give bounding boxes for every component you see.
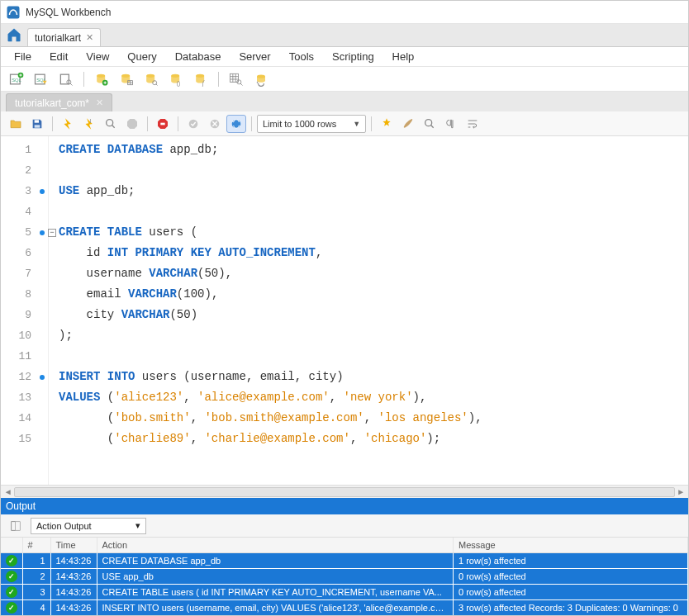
- open-sql-file-icon[interactable]: SQL: [31, 69, 52, 89]
- row-time: 14:43:26: [50, 600, 97, 616]
- menu-server[interactable]: Server: [230, 48, 278, 65]
- separator: [83, 72, 84, 87]
- db-function-icon[interactable]: f: [190, 69, 211, 89]
- query-tab-label: tutorialkart_com*: [15, 97, 89, 109]
- code-line[interactable]: CREATE TABLE users (: [59, 222, 688, 243]
- menu-help[interactable]: Help: [384, 48, 423, 65]
- status-ok-icon: ✓: [1, 585, 22, 600]
- row-message: 3 row(s) affected Records: 3 Duplicates:…: [454, 600, 688, 616]
- scroll-right-icon[interactable]: ►: [675, 486, 687, 498]
- stop-on-error-icon[interactable]: [153, 115, 173, 133]
- limit-rows-select[interactable]: Limit to 1000 rows ▼: [257, 115, 366, 133]
- menu-view[interactable]: View: [78, 48, 117, 65]
- col-time[interactable]: Time: [50, 538, 97, 553]
- code-line[interactable]: );: [59, 325, 688, 346]
- reconnect-icon[interactable]: [250, 69, 272, 89]
- code-line[interactable]: INSERT INTO users (username, email, city…: [59, 367, 688, 387]
- svg-point-26: [189, 119, 198, 128]
- invisible-chars-icon[interactable]: [441, 115, 461, 133]
- col-index[interactable]: #: [22, 538, 50, 553]
- code-line[interactable]: city VARCHAR(50): [59, 305, 688, 325]
- svg-point-28: [232, 119, 241, 128]
- output-title: Output: [6, 500, 36, 512]
- close-icon[interactable]: ✕: [86, 32, 93, 43]
- menu-query[interactable]: Query: [119, 48, 164, 65]
- svg-rect-25: [160, 122, 164, 125]
- code-line[interactable]: id INT PRIMARY KEY AUTO_INCREMENT,: [59, 243, 688, 263]
- db-view-icon[interactable]: [140, 69, 162, 89]
- scroll-thumb[interactable]: [14, 487, 676, 497]
- new-sql-tab-icon[interactable]: SQL: [6, 69, 27, 89]
- col-message[interactable]: Message: [454, 538, 688, 553]
- beautify-icon[interactable]: [377, 115, 397, 133]
- code-area[interactable]: CREATE DATABASE app_db;USE app_db;CREATE…: [49, 136, 688, 485]
- code-line[interactable]: VALUES ('alice123', 'alice@example.com',…: [59, 387, 688, 408]
- fold-toggle-icon[interactable]: −: [48, 229, 56, 237]
- execute-icon[interactable]: [58, 115, 78, 133]
- code-line[interactable]: ('bob.smith', 'bob.smith@example.com', '…: [59, 408, 688, 429]
- col-status[interactable]: [1, 538, 22, 553]
- line-number: 11: [1, 346, 48, 367]
- row-action: CREATE DATABASE app_db: [97, 553, 454, 569]
- output-type-select[interactable]: Action Output ▾: [31, 518, 146, 534]
- code-line[interactable]: CREATE DATABASE app_db;: [59, 140, 688, 160]
- svg-rect-22: [35, 125, 40, 127]
- separator: [218, 72, 219, 87]
- db-table-icon[interactable]: [116, 69, 137, 89]
- sql-editor[interactable]: 12345−6789101112131415 CREATE DATABASE a…: [1, 136, 688, 485]
- scroll-left-icon[interactable]: ◄: [2, 486, 14, 498]
- rollback-icon[interactable]: [205, 115, 225, 133]
- explain-icon[interactable]: [101, 115, 121, 133]
- row-time: 14:43:26: [50, 569, 97, 585]
- menu-scripting[interactable]: Scripting: [324, 48, 383, 65]
- menu-database[interactable]: Database: [167, 48, 230, 65]
- stop-icon[interactable]: [122, 115, 142, 133]
- output-row[interactable]: ✓114:43:26CREATE DATABASE app_db1 row(s)…: [1, 553, 688, 569]
- connection-tab[interactable]: tutorialkart ✕: [27, 28, 101, 46]
- autocommit-toggle-icon[interactable]: [226, 115, 246, 133]
- db-procedure-icon[interactable]: (): [165, 69, 187, 89]
- brush-icon[interactable]: [398, 115, 418, 133]
- wrap-icon[interactable]: [463, 115, 482, 133]
- code-line[interactable]: [59, 201, 688, 222]
- open-file-icon[interactable]: [6, 115, 26, 133]
- menu-tools[interactable]: Tools: [281, 48, 322, 65]
- svg-text:SQL: SQL: [12, 78, 21, 83]
- code-line[interactable]: USE app_db;: [59, 181, 688, 201]
- dropdown-caret-icon: ▾: [135, 520, 140, 531]
- col-action[interactable]: Action: [97, 538, 454, 553]
- code-line[interactable]: email VARCHAR(100),: [59, 284, 688, 305]
- save-icon[interactable]: [27, 115, 47, 133]
- output-row[interactable]: ✓214:43:26USE app_db0 row(s) affected: [1, 569, 688, 585]
- code-line[interactable]: username VARCHAR(50),: [59, 263, 688, 284]
- status-ok-icon: ✓: [1, 600, 22, 616]
- output-row[interactable]: ✓414:43:26INSERT INTO users (username, e…: [1, 600, 688, 616]
- editor-horizontal-scrollbar[interactable]: ◄ ►: [1, 485, 688, 498]
- output-layout-icon[interactable]: [6, 517, 26, 535]
- find-icon[interactable]: [420, 115, 440, 133]
- commit-icon[interactable]: [183, 115, 203, 133]
- app-icon: [6, 5, 21, 20]
- status-ok-icon: ✓: [1, 569, 22, 585]
- svg-rect-31: [12, 521, 16, 530]
- svg-text:I: I: [90, 117, 92, 123]
- svg-text:(): (): [177, 79, 180, 86]
- search-table-icon[interactable]: [226, 69, 247, 89]
- row-action: CREATE TABLE users ( id INT PRIMARY KEY …: [97, 585, 454, 600]
- inspector-icon[interactable]: [55, 69, 77, 89]
- line-number: 7: [1, 263, 48, 284]
- svg-rect-6: [60, 74, 69, 84]
- code-line[interactable]: ('charlie89', 'charlie@example.com', 'ch…: [59, 429, 688, 449]
- output-row[interactable]: ✓314:43:26CREATE TABLE users ( id INT PR…: [1, 585, 688, 600]
- query-tab[interactable]: tutorialkart_com* ✕: [6, 93, 112, 111]
- close-icon[interactable]: ✕: [96, 97, 103, 108]
- line-number: 15: [1, 429, 48, 449]
- execute-current-icon[interactable]: I: [79, 115, 99, 133]
- code-line[interactable]: [59, 346, 688, 367]
- menu-file[interactable]: File: [6, 48, 40, 65]
- db-create-schema-icon[interactable]: [91, 69, 112, 89]
- menu-edit[interactable]: Edit: [41, 48, 76, 65]
- home-icon[interactable]: [4, 25, 24, 45]
- code-line[interactable]: [59, 160, 688, 181]
- connection-tab-label: tutorialkart: [35, 32, 81, 44]
